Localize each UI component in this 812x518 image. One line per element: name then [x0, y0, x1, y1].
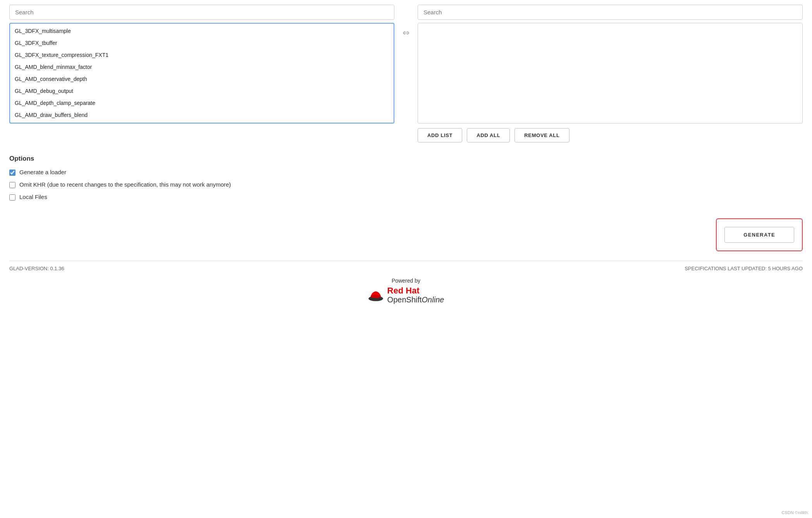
right-list-box[interactable]: [418, 23, 803, 123]
list-item[interactable]: GL_3DFX_multisample: [10, 25, 394, 37]
local-files-checkbox[interactable]: [9, 194, 15, 201]
footer-bar: GLAD-VERSION: 0.1.36 SPECIFICATIONS LAST…: [9, 261, 803, 271]
list-item[interactable]: GL_AMD_debug_output: [10, 85, 394, 97]
generate-button[interactable]: GENERATE: [724, 227, 794, 243]
generate-container: GENERATE: [9, 218, 803, 251]
redhat-text-block: Red Hat OpenShiftOnline: [387, 286, 444, 304]
redhat-hat-icon: [368, 288, 384, 302]
list-item[interactable]: GL_3DFX_tbuffer: [10, 37, 394, 49]
transfer-arrow-area: ⇔: [394, 5, 418, 38]
button-row: ADD LIST ADD ALL REMOVE ALL: [418, 128, 803, 142]
footer-last-updated: SPECIFICATIONS LAST UPDATED: 5 HOURS AGO: [685, 266, 803, 271]
right-panel: ADD LIST ADD ALL REMOVE ALL: [418, 5, 803, 142]
local-files-label[interactable]: Local Files: [19, 194, 47, 200]
powered-by-section: Powered by Red Hat OpenShiftOnline: [9, 278, 803, 304]
footer-version: GLAD-VERSION: 0.1.36: [9, 266, 64, 271]
main-layout: GL_3DFX_multisample GL_3DFX_tbuffer GL_3…: [9, 5, 803, 304]
option-row-local-files: Local Files: [9, 194, 803, 201]
redhat-brand-name: Red Hat: [387, 286, 444, 295]
svg-point-1: [370, 295, 381, 298]
option-row-omit-khr: Omit KHR (due to recent changes to the s…: [9, 181, 803, 188]
list-item[interactable]: GL_AMD_draw_buffers_blend: [10, 109, 394, 121]
csdn-watermark: CSDN ©nillith.: [782, 510, 809, 515]
openshift-product-name: OpenShiftOnline: [387, 295, 444, 304]
left-list-box[interactable]: GL_3DFX_multisample GL_3DFX_tbuffer GL_3…: [9, 23, 394, 123]
generate-wrapper: GENERATE: [716, 218, 803, 251]
list-item[interactable]: GL_AMD_blend_minmax_factor: [10, 61, 394, 73]
left-panel: GL_3DFX_multisample GL_3DFX_tbuffer GL_3…: [9, 5, 394, 123]
options-section: Options Generate a loader Omit KHR (due …: [9, 155, 803, 206]
redhat-logo: Red Hat OpenShiftOnline: [368, 286, 444, 304]
add-all-button[interactable]: ADD ALL: [467, 128, 510, 142]
transfer-icon: ⇔: [403, 28, 409, 38]
remove-all-button[interactable]: REMOVE ALL: [514, 128, 569, 142]
left-search-input[interactable]: [9, 5, 394, 20]
list-item[interactable]: GL_AMD_conservative_depth: [10, 73, 394, 85]
omit-khr-label[interactable]: Omit KHR (due to recent changes to the s…: [19, 181, 231, 188]
right-search-input[interactable]: [418, 5, 803, 20]
add-list-button[interactable]: ADD LIST: [418, 128, 462, 142]
option-row-generate-loader: Generate a loader: [9, 169, 803, 176]
generate-loader-checkbox[interactable]: [9, 170, 15, 176]
dual-panel: GL_3DFX_multisample GL_3DFX_tbuffer GL_3…: [9, 5, 803, 142]
list-item[interactable]: GL_AMD_depth_clamp_separate: [10, 97, 394, 109]
list-item[interactable]: GL_3DFX_texture_compression_FXT1: [10, 49, 394, 61]
options-title: Options: [9, 155, 803, 163]
omit-khr-checkbox[interactable]: [9, 182, 15, 188]
powered-by-text: Powered by: [392, 278, 420, 284]
generate-loader-label[interactable]: Generate a loader: [19, 169, 66, 175]
